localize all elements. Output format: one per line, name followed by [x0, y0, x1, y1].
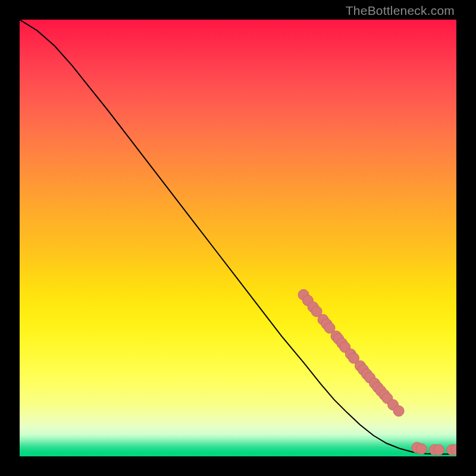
chart-stage: TheBottleneck.com [0, 0, 476, 476]
data-dot [416, 444, 427, 455]
data-dot [393, 406, 404, 416]
data-dot [434, 444, 444, 455]
chart-svg [20, 20, 456, 456]
bottleneck-curve [20, 20, 456, 454]
data-dots [298, 289, 456, 455]
watermark-text: TheBottleneck.com [346, 4, 455, 18]
plot-area [20, 20, 456, 456]
